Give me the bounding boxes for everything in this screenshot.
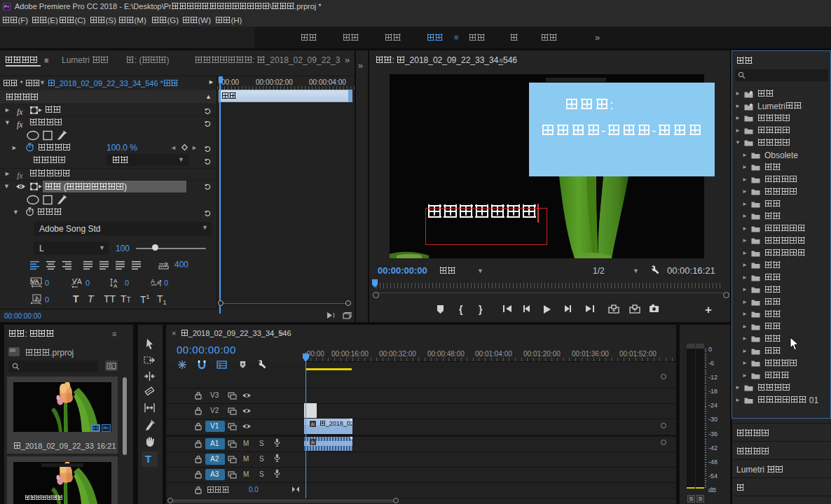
svg-text:A: A [114, 283, 118, 288]
svg-text:A: A [77, 278, 82, 286]
svg-text:a: a [157, 280, 160, 285]
svg-text:VA: VA [31, 278, 39, 285]
svg-text:あ: あ [34, 295, 40, 302]
svg-text:A: A [151, 278, 155, 285]
